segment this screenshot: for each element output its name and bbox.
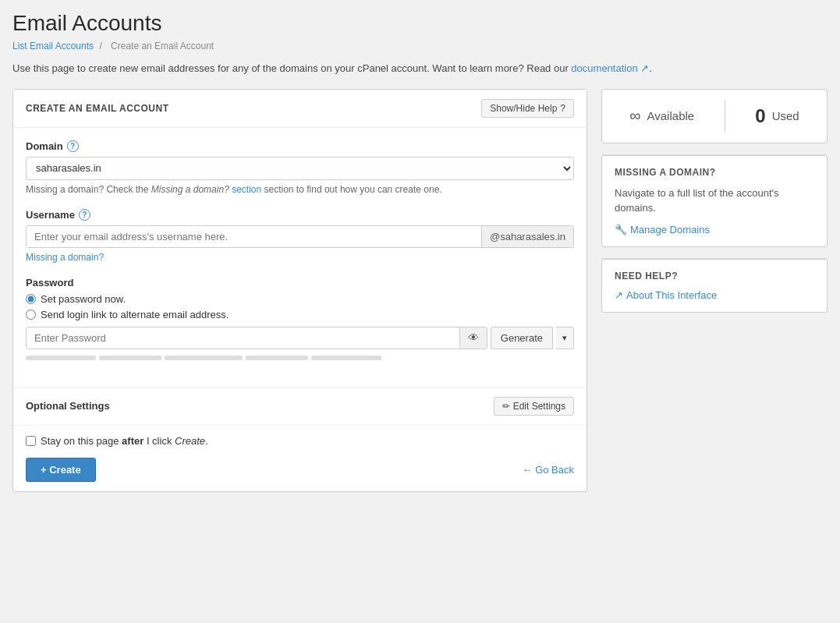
available-label: Available <box>647 109 695 122</box>
form-body: Domain ? saharasales.in Missing a domain… <box>13 128 587 387</box>
page-title: Email Accounts <box>12 11 828 36</box>
intro-text: Use this page to create new email addres… <box>12 61 828 76</box>
optional-settings-header: Optional Settings ✏ Edit Settings <box>26 397 574 416</box>
domain-section: Domain ? saharasales.in Missing a domain… <box>26 140 574 195</box>
eye-icon: 👁 <box>468 331 479 344</box>
about-interface-link[interactable]: ↗ About This Interface <box>615 289 814 301</box>
optional-settings-section: Optional Settings ✏ Edit Settings <box>13 387 587 425</box>
documentation-link[interactable]: documentation ↗ <box>571 62 649 74</box>
missing-domain-card-text: Navigate to a full list of the account's… <box>615 186 814 216</box>
username-section: Username ? @saharasales.in Missing a dom… <box>26 209 574 263</box>
breadcrumb: List Email Accounts / Create an Email Ac… <box>12 41 828 51</box>
used-value: 0 <box>755 105 765 127</box>
radio-send-link-input[interactable] <box>26 310 36 320</box>
help-question-icon: ? <box>560 103 565 114</box>
username-input-row: @saharasales.in <box>26 225 574 248</box>
missing-domain-link[interactable]: Missing a domain? <box>26 252 104 263</box>
domain-select[interactable]: saharasales.in <box>26 157 574 180</box>
missing-domain-hint: Missing a domain? <box>26 252 574 263</box>
stay-on-page-checkbox[interactable] <box>26 436 36 446</box>
strength-bar-3 <box>165 356 243 360</box>
breadcrumb-list-link[interactable]: List Email Accounts <box>12 41 94 51</box>
password-section: Password Set password now. Send login li… <box>26 277 574 360</box>
chevron-down-icon: ▾ <box>562 333 567 342</box>
strength-bar-4 <box>246 356 308 360</box>
need-help-card: NEED HELP? ↗ About This Interface <box>601 259 828 313</box>
radio-send-link-option[interactable]: Send login link to alternate email addre… <box>26 309 574 320</box>
go-back-button[interactable]: ← Go Back <box>523 464 574 476</box>
password-label: Password <box>26 277 574 288</box>
radio-set-now-option[interactable]: Set password now. <box>26 293 574 305</box>
strength-bar-1 <box>26 356 96 360</box>
need-help-card-title: NEED HELP? <box>615 271 814 281</box>
form-footer: Stay on this page after I click Create. … <box>13 425 587 491</box>
username-help-icon[interactable]: ? <box>79 209 90 221</box>
available-quota: ∞ Available <box>629 107 694 125</box>
optional-settings-title: Optional Settings <box>26 400 110 412</box>
username-label: Username ? <box>26 209 574 221</box>
username-suffix: @saharasales.in <box>481 226 573 247</box>
domain-hint-link[interactable]: section <box>229 184 261 195</box>
domain-hint: Missing a domain? Check the Missing a do… <box>26 184 574 195</box>
quota-divider <box>725 101 725 132</box>
strength-bar-5 <box>311 356 381 360</box>
generate-button[interactable]: Generate <box>491 327 553 349</box>
password-radio-group: Set password now. Send login link to alt… <box>26 293 574 320</box>
generate-dropdown-button[interactable]: ▾ <box>556 327 574 349</box>
external-link-icon: ↗ <box>615 289 623 301</box>
edit-settings-button[interactable]: ✏ Edit Settings <box>494 397 574 416</box>
main-layout: CREATE AN EMAIL ACCOUNT Show/Hide Help ?… <box>12 89 828 492</box>
show-hide-help-button[interactable]: Show/Hide Help ? <box>481 99 574 118</box>
password-input-row: 👁 Generate ▾ <box>26 327 574 349</box>
sidebar: ∞ Available 0 Used MISSING A DOMAIN? Nav… <box>601 89 828 324</box>
used-quota: 0 Used <box>755 105 799 127</box>
breadcrumb-current: Create an Email Account <box>111 41 214 51</box>
username-input[interactable] <box>27 226 481 247</box>
form-panel: CREATE AN EMAIL ACCOUNT Show/Hide Help ?… <box>12 89 587 492</box>
used-label: Used <box>772 109 799 122</box>
toggle-password-button[interactable]: 👁 <box>459 327 487 349</box>
show-hide-help-label: Show/Hide Help <box>490 103 557 114</box>
create-button[interactable]: + Create <box>26 458 96 482</box>
password-input[interactable] <box>27 327 459 349</box>
radio-send-link-label: Send login link to alternate email addre… <box>41 309 229 320</box>
form-header: CREATE AN EMAIL ACCOUNT Show/Hide Help ? <box>13 90 587 128</box>
form-header-title: CREATE AN EMAIL ACCOUNT <box>26 103 169 114</box>
stay-on-page-text: Stay on this page after I click Create. <box>41 435 208 447</box>
strength-bar-2 <box>99 356 161 360</box>
pencil-icon: ✏ <box>502 401 510 412</box>
radio-set-now-label: Set password now. <box>41 293 126 305</box>
infinity-icon: ∞ <box>629 107 640 125</box>
password-strength-bars <box>26 356 574 360</box>
domain-help-icon[interactable]: ? <box>67 140 79 152</box>
manage-domains-link[interactable]: 🔧 Manage Domains <box>615 224 814 235</box>
form-actions: + Create ← Go Back <box>26 458 574 482</box>
wrench-icon: 🔧 <box>615 224 627 235</box>
stay-on-page-row: Stay on this page after I click Create. <box>26 435 574 447</box>
missing-domain-card: MISSING A DOMAIN? Navigate to a full lis… <box>601 155 828 247</box>
password-input-wrap: 👁 <box>26 327 487 349</box>
radio-set-now-input[interactable] <box>26 294 36 304</box>
domain-label: Domain ? <box>26 140 574 152</box>
quota-card: ∞ Available 0 Used <box>601 89 828 143</box>
missing-domain-card-title: MISSING A DOMAIN? <box>615 167 814 178</box>
breadcrumb-separator: / <box>99 41 101 51</box>
